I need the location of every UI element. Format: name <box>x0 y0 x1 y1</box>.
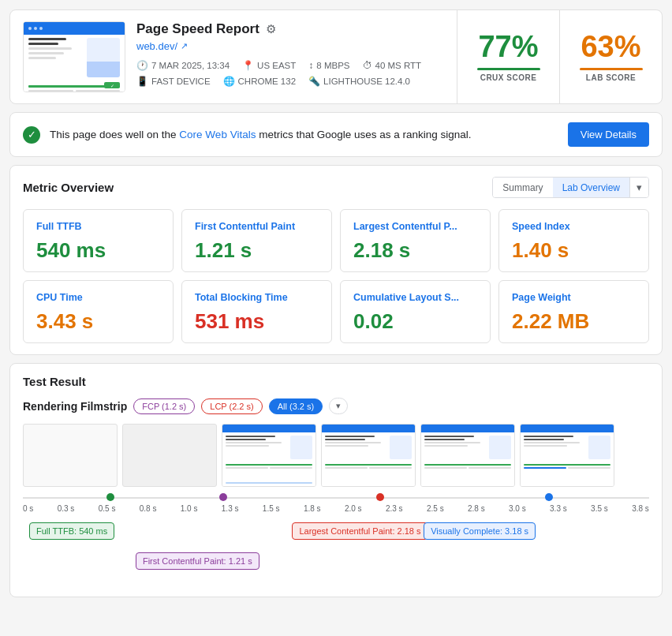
metrics-title: Metric Overview <box>23 181 114 194</box>
report-details: Page Speed Report ⚙ web.dev/ ↗ 🕐 7 MAR 2… <box>136 21 444 87</box>
metrics-tab-group: Summary Lab Overview ▾ <box>492 177 649 198</box>
filmstrip-dropdown-button[interactable]: ▾ <box>329 398 348 414</box>
metric-name-1: First Contentful Paint <box>195 221 319 232</box>
metric-value-2: 2.18 s <box>353 240 477 260</box>
cwv-check-icon: ✓ <box>23 126 40 144</box>
metric-card-2: Largest Contentful P... 2.18 s <box>340 209 491 272</box>
lab-score-value: 63% <box>581 32 640 62</box>
tab-summary[interactable]: Summary <box>493 178 552 197</box>
filmstrip-frame-6 <box>520 424 614 487</box>
report-meta: 🕐 7 MAR 2025, 13:34 📍 US EAST ↕ 8 MBPS ⏱… <box>136 60 444 87</box>
filmstrip-frame-3 <box>222 424 316 487</box>
cwv-banner: ✓ This page does well on the Core Web Vi… <box>9 112 663 157</box>
metric-card-5: Total Blocking Time 531 ms <box>181 280 332 343</box>
lab-score-card: 63% LAB SCORE <box>559 10 662 103</box>
filmstrip-tag-lcp[interactable]: LCP (2.2 s) <box>201 398 262 414</box>
metric-card-0: Full TTFB 540 ms <box>23 209 174 272</box>
filmstrip-frame-5 <box>420 424 515 487</box>
filmstrip-frame-1 <box>23 424 118 487</box>
metric-card-6: Cumulative Layout S... 0.02 <box>340 280 491 343</box>
metric-name-7: Page Weight <box>512 292 636 303</box>
filmstrip-frames <box>23 424 649 487</box>
report-date: 7 MAR 2025, 13:34 <box>151 61 230 70</box>
crux-score-bar <box>477 68 540 70</box>
external-link-icon[interactable]: ↗ <box>181 41 188 51</box>
location-icon: 📍 <box>242 60 254 71</box>
metric-name-2: Largest Contentful P... <box>353 221 477 232</box>
tab-lab-overview[interactable]: Lab Overview <box>553 178 629 197</box>
page-thumbnail: ✓ <box>23 21 125 92</box>
metric-value-3: 1.40 s <box>512 240 636 260</box>
clock-icon: 🕐 <box>136 60 148 71</box>
metric-card-3: Speed Index 1.40 s <box>498 209 649 272</box>
lcp-annotation: Largest Contentful Paint: 2.18 s <box>292 522 427 540</box>
report-info: ✓ Page Speed Report ⚙ web.dev/ ↗ 🕐 7 MAR… <box>10 10 457 103</box>
lighthouse-icon: 🔦 <box>308 76 320 87</box>
metric-value-1: 1.21 s <box>195 240 319 260</box>
page-container: ✓ Page Speed Report ⚙ web.dev/ ↗ 🕐 7 MAR… <box>0 0 672 607</box>
metric-card-1: First Contentful Paint 1.21 s <box>181 209 332 272</box>
cwv-link-text: Core Web Vitals <box>179 129 256 140</box>
tab-dropdown-button[interactable]: ▾ <box>629 178 648 197</box>
filmstrip-frame-4 <box>321 424 416 487</box>
crux-score-card: 77% CRUX SCORE <box>457 10 559 103</box>
metric-name-4: CPU Time <box>36 292 160 303</box>
bandwidth-icon: ↕ <box>308 60 313 71</box>
filmstrip-header: Rendering Filmstrip FCP (1.2 s) LCP (2.2… <box>23 398 649 414</box>
gear-icon[interactable]: ⚙ <box>266 22 276 36</box>
test-section: Test Result Rendering Filmstrip FCP (1.2… <box>9 363 663 597</box>
lab-score-label: LAB SCORE <box>586 73 636 82</box>
report-browser: CHROME 132 <box>238 77 297 86</box>
report-rtt: 40 MS RTT <box>375 61 422 70</box>
metric-value-0: 540 ms <box>36 240 160 260</box>
filmstrip-tag-all[interactable]: All (3.2 s) <box>269 398 323 414</box>
metric-value-4: 3.43 s <box>36 311 160 331</box>
metric-name-5: Total Blocking Time <box>195 292 319 303</box>
metric-name-0: Full TTFB <box>36 221 160 232</box>
visually-complete-annotation: Visually Complete: 3.18 s <box>424 522 536 540</box>
filmstrip-frame-2 <box>122 424 217 487</box>
metric-value-5: 531 ms <box>195 311 319 331</box>
metric-name-3: Speed Index <box>512 221 636 232</box>
test-title: Test Result <box>23 375 649 388</box>
timeline-ticks: 0 s 0.3 s 0.5 s 0.8 s 1.0 s 1.3 s 1.5 s … <box>23 504 649 513</box>
metric-card-7: Page Weight 2.22 MB <box>498 280 649 343</box>
report-region: US EAST <box>257 61 296 70</box>
cwv-link[interactable]: Core Web Vitals <box>179 129 256 140</box>
report-device: FAST DEVICE <box>151 77 211 86</box>
fcp-annotation: First Contentful Paint: 1.21 s <box>136 552 259 570</box>
metric-value-7: 2.22 MB <box>512 311 636 331</box>
report-url[interactable]: web.dev/ <box>136 40 177 52</box>
view-details-button[interactable]: View Details <box>568 122 649 147</box>
metric-card-4: CPU Time 3.43 s <box>23 280 174 343</box>
report-bandwidth: 8 MBPS <box>316 61 349 70</box>
cwv-text-before: This page does well on the <box>50 129 179 140</box>
cwv-text: This page does well on the Core Web Vita… <box>50 129 558 140</box>
report-lighthouse: LIGHTHOUSE 12.4.0 <box>323 77 410 86</box>
metric-name-6: Cumulative Layout S... <box>353 292 477 303</box>
report-title: Page Speed Report <box>136 21 259 37</box>
metrics-section: Metric Overview Summary Lab Overview ▾ F… <box>9 165 663 355</box>
crux-score-value: 77% <box>478 32 538 62</box>
device-icon: 📱 <box>136 76 148 87</box>
metric-value-6: 0.02 <box>353 311 477 331</box>
metrics-grid: Full TTFB 540 ms First Contentful Paint … <box>23 209 649 343</box>
metrics-header: Metric Overview Summary Lab Overview ▾ <box>23 177 649 198</box>
timeline-container: 0 s 0.3 s 0.5 s 0.8 s 1.0 s 1.3 s 1.5 s … <box>23 493 649 585</box>
filmstrip-tag-fcp[interactable]: FCP (1.2 s) <box>133 398 195 414</box>
report-card: ✓ Page Speed Report ⚙ web.dev/ ↗ 🕐 7 MAR… <box>9 9 663 104</box>
browser-icon: 🌐 <box>223 76 235 87</box>
lab-score-bar <box>580 68 643 70</box>
crux-score-label: CRUX SCORE <box>480 73 537 82</box>
filmstrip-label: Rendering Filmstrip <box>23 400 127 413</box>
ttfb-annotation: Full TTFB: 540 ms <box>29 522 114 540</box>
rtt-icon: ⏱ <box>363 60 372 71</box>
cwv-text-after: metrics that Google uses as a ranking si… <box>256 129 471 140</box>
